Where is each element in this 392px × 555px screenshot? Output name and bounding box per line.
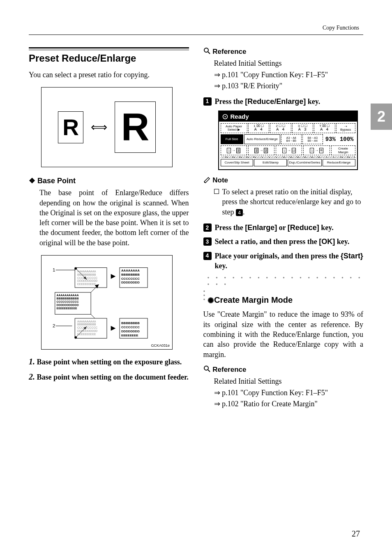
divider-dots-vertical: ••• [203,290,205,302]
svg-text:AAAAAAAAAA: AAAAAAAAAA [77,320,96,323]
ratio-preset-1-button[interactable]: A3→A4 B4→B5 [281,134,302,144]
lcd-ratio-row: Full Size Auto Reduce/Enlarge A3→A4 B4→B… [221,134,355,144]
reference-item: p.102 "Ratio for Create Margin" [214,399,364,409]
svg-text:CCCCCCCCCC: CCCCCCCCCC [77,276,97,279]
edit-stamp-tab[interactable]: Edit/Stamp [254,159,287,166]
svg-text:BBBBBBBB: BBBBBBBB [121,273,140,276]
enlarge-illustration: R ⟺ R [41,87,173,167]
right-column: Reference Related Initial Settings p.101… [203,47,364,415]
note-text: To select a preset ratio on the initial … [222,187,364,217]
reference-lead: Related Initial Settings [214,376,364,386]
double-arrow-icon: ⟺ [91,120,107,134]
svg-line-47 [208,370,210,372]
section-title-rule: Preset Reduce/Enlarge [29,47,189,64]
svg-text:AAAAAAAA: AAAAAAAA [121,269,140,272]
step-ref-icon: 4 [236,209,243,216]
base-point-diagram: 1 2 AAAAAAAAAA BBBBBBBBBB CCCCCCCCCC DDD… [41,255,173,350]
svg-text:DDDDDDDD: DDDDDDDD [121,281,140,284]
auto-reduce-enlarge-button[interactable]: Auto Reduce/Enlarge [244,134,280,144]
ready-icon [222,114,228,120]
chapter-tab: 2 [371,104,392,130]
reference-block-1: Reference Related Initial Settings p.101… [203,47,364,91]
small-r-glyph: R [58,111,83,143]
tray-t-button[interactable]: T ⌧ ☐A 4 [314,123,335,133]
caption-def-1: 1. Base point when setting on the exposu… [29,356,189,367]
ratio-100-display: 100% [338,135,355,143]
duplex-option-2[interactable]: 2→2 [248,145,274,155]
reference-item: p.103 "R/E Priority" [214,81,364,91]
svg-text:DDDDDDDD: DDDDDDDD [121,329,140,333]
bypass-button[interactable]: ⇢ Bypass [336,123,355,133]
svg-point-45 [224,116,226,117]
base-point-text: The base point of Enlarge/Reduce differs… [39,188,189,248]
svg-text:BBBBBBBB: BBBBBBBB [121,322,140,325]
step-1: 1 Press the [Reduce/Enlarge] key. [203,97,364,106]
enlarge-key-label: [Enlarge] [245,223,277,232]
svg-text:EEEEEEEE: EEEEEEEE [121,334,138,337]
reduce-enlarge-tab[interactable]: Reduce/Enlarge [323,159,355,166]
lcd-panel: Ready Auto Paper Select ▶ 1 ⌧ ☐A 4 2 ☐ ☐… [218,111,358,170]
svg-text:CCCCCCCC: CCCCCCCC [121,277,140,281]
header-rule [29,35,363,35]
svg-marker-11 [111,274,116,279]
ok-key-label: [OK] [319,237,335,246]
combine-option-2[interactable]: 1→⊞ [303,145,330,155]
full-size-button[interactable]: Full Size [221,134,243,144]
create-margin-button[interactable]: Create Margin [331,145,355,155]
note-block: Note To select a preset ratio on the ini… [203,176,364,217]
step-number-icon: 3 [203,237,212,246]
svg-marker-36 [111,326,116,331]
dup-combine-series-tab[interactable]: Dup./Combine/Series [288,159,321,166]
svg-text:CCCCCCCCCCC: CCCCCCCCCCC [57,300,79,303]
step-4: 4 Place your originals, and then press t… [203,251,364,271]
reference-icon [203,365,211,375]
left-column: Preset Reduce/Enlarge You can select a p… [29,47,189,415]
lcd-status-bar: Ready [219,111,357,122]
section-title: Preset Reduce/Enlarge [29,53,189,64]
create-margin-body: Use "Create Margin" to reduce the image … [203,309,364,359]
note-icon [203,176,211,185]
caption-def-2: 2. Base point when setting on the docume… [29,371,189,382]
reference-item: p.101 "Copy Function Key: F1–F5" [214,70,364,80]
svg-point-46 [204,366,208,370]
svg-text:DDDDDDDDDD: DDDDDDDDDD [77,329,97,332]
lcd-paper-row: Auto Paper Select ▶ 1 ⌧ ☐A 4 2 ☐ ☐A 4 3 … [221,123,355,133]
svg-text:BBBBBBBBBB: BBBBBBBBBB [77,323,96,326]
svg-text:BBBBBBBBBB: BBBBBBBBBB [77,273,96,276]
reference-icon [203,47,211,57]
note-bullet-icon [214,189,219,194]
tray-2-button[interactable]: 2 ☐ ☐A 4 [270,123,291,133]
svg-text:EEEEEEEEEEE: EEEEEEEEEEE [57,307,77,310]
cover-slip-sheet-tab[interactable]: Cover/Slip Sheet [221,159,254,166]
diagram-caption: GCKA031e [151,343,170,348]
tray-1-button[interactable]: 1 ⌧ ☐A 4 [248,123,269,133]
auto-paper-select-button[interactable]: Auto Paper Select ▶ [221,123,247,133]
tray-3-button[interactable]: 3 ☐ ☐A 3 [292,123,313,133]
svg-point-42 [204,48,208,52]
base-point-heading: Base Point [29,176,189,185]
reference-heading: Reference [212,366,246,373]
diagram-label-2: 2 [53,323,55,328]
large-r-glyph: R [115,101,156,153]
intro-paragraph: You can select a preset ratio for copyin… [29,70,189,80]
svg-text:DDDDDDDDDD: DDDDDDDDDD [77,280,97,283]
lcd-duplex-row: 1→2 2→2 1→12 1→⊞ Create Margin [221,145,355,155]
step-3: 3 Select a ratio, and then press the [OK… [203,237,364,246]
step-2: 2 Press the [Enlarge] or [Reduce] key. [203,223,364,233]
lcd-tab-row: Cover/Slip Sheet Edit/Stamp Dup./Combine… [221,159,355,166]
gear-icon: ✺ [208,296,212,305]
svg-text:DDDDDDDDDDD: DDDDDDDDDDD [57,304,79,306]
combine-option-1[interactable]: 1→12 [276,145,302,155]
svg-text:AAAAAAAAAAA: AAAAAAAAAAA [57,294,79,297]
step-number-icon: 2 [203,223,212,232]
svg-text:AAAAAAAAAA: AAAAAAAAAA [77,270,96,273]
duplex-option-1[interactable]: 1→2 [221,145,247,155]
svg-text:CCCCCCCC: CCCCCCCC [121,325,140,329]
create-margin-heading: ✺ Create Margin Mode [208,295,363,305]
running-header: Copy Functions [29,25,363,31]
step-number-icon: 1 [203,97,212,106]
diagram-label-1: 1 [53,267,55,272]
divider-dots-horizontal: • • • • • • • • • • • • • • • • • • • • … [208,275,364,288]
ratio-preset-2-button[interactable]: B4→A3 B5→A4 [302,134,323,144]
ratio-93-display: 93% [324,135,337,143]
